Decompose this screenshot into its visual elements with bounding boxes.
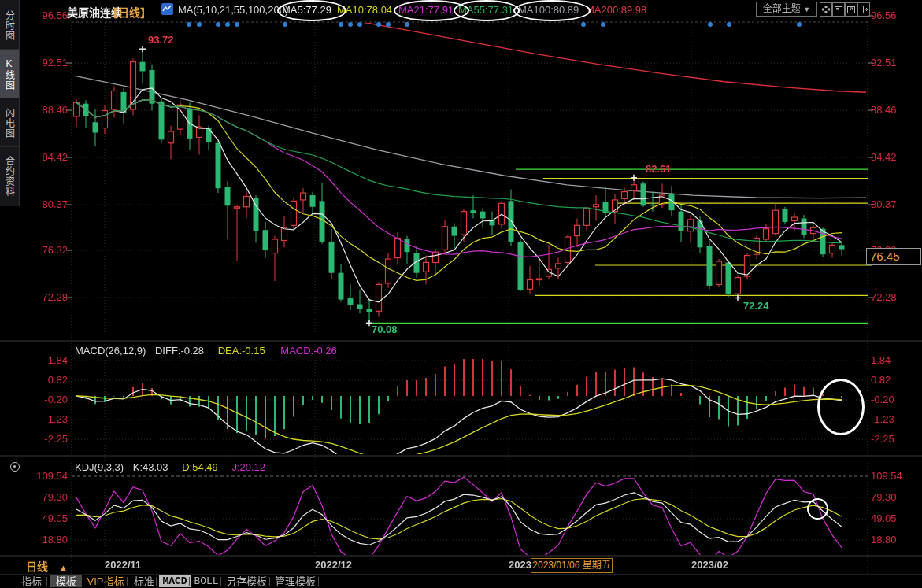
- ma-readout-1: MA5:77.29: [282, 4, 331, 16]
- tab-separator: [46, 577, 47, 586]
- price-axis-label-right: 92.51: [871, 57, 897, 68]
- pivot-low-label-2: 72.24: [743, 300, 769, 312]
- kdj-title: KDJ(9,3,3): [75, 461, 124, 473]
- dock-pane-icon-button[interactable]: [857, 2, 870, 17]
- pivot-low-label-1: 70.08: [372, 324, 398, 335]
- pop-out-pane-icon-button[interactable]: [845, 2, 857, 17]
- macd-macd-value: MACD:-0.26: [280, 345, 337, 357]
- price-axis-label-left: 92.51: [17, 57, 68, 68]
- period-label: 日线: [26, 560, 48, 573]
- crosshair-date-box: 2023/01/06 星期五: [531, 558, 613, 573]
- bottom-tab-8[interactable]: 管理模板: [272, 575, 319, 587]
- sidebar-item-4[interactable]: 合约资料: [0, 148, 19, 205]
- theme-dropdown-label: 全部主题: [763, 3, 801, 14]
- period-dropdown[interactable]: 日线 ▲: [26, 558, 68, 574]
- price-axis-label-left: 84.42: [17, 152, 68, 163]
- macd-diff-value: DIFF:-0.28: [155, 345, 204, 357]
- kdj-axis-label-left: 79.30: [17, 492, 68, 503]
- tab-separator: [127, 577, 128, 586]
- pivot-high-label-2: 82.61: [646, 163, 672, 175]
- macd-title: MACD(26,12,9): [75, 345, 146, 357]
- pivot-high-label-1: 93.72: [148, 34, 174, 46]
- chevron-down-icon: ▼: [803, 6, 810, 13]
- price-axis-label-left: 80.37: [17, 199, 68, 210]
- ma-readout-6: MA200:89.98: [586, 4, 646, 16]
- bottom-tab-7[interactable]: 另存模板: [223, 575, 270, 587]
- macd-axis-label-left: 1.84: [17, 355, 68, 366]
- price-axis-label-left: 88.46: [17, 105, 68, 116]
- macd-axis-label-left: -2.25: [17, 434, 68, 445]
- macd-axis-label-right: 0.82: [871, 375, 891, 386]
- price-axis-label-right: 88.46: [871, 105, 897, 116]
- tab-separator: [189, 577, 190, 586]
- last-price-box: 76.45: [866, 248, 921, 265]
- date-axis-label: 2022/11: [105, 559, 141, 571]
- tab-separator: [220, 577, 221, 586]
- price-axis-label-right: 96.56: [871, 10, 897, 21]
- macd-axis-label-left: -1.23: [17, 414, 68, 425]
- bottom-tab-6[interactable]: BOLL: [191, 575, 221, 587]
- kdj-settings-icon[interactable]: [10, 462, 20, 472]
- tab-separator: [318, 577, 319, 586]
- kdj-axis-label-left: 109.54: [17, 471, 68, 482]
- ma-readout-4: MA55:77.31: [458, 4, 513, 16]
- macd-axis-label-right: -1.23: [871, 414, 894, 425]
- macd-dea-value: DEA:-0.15: [218, 345, 265, 357]
- sidebar-item-2[interactable]: K线图: [0, 50, 19, 98]
- ma-group-label: MA(5,10,21,55,100,200): [178, 4, 288, 16]
- bottom-tab-1[interactable]: 指标: [14, 575, 49, 587]
- chart-type-icon[interactable]: [161, 3, 173, 15]
- bottom-tab-2[interactable]: 模板: [50, 575, 82, 587]
- period-tag: 【日线】: [107, 4, 151, 20]
- price-axis-label-left: 96.56: [17, 10, 68, 21]
- tab-separator: [80, 577, 81, 586]
- kdj-axis-label-right: 18.80: [871, 534, 897, 545]
- bottom-tab-4[interactable]: 标准: [129, 575, 159, 587]
- caret-up-icon: ▲: [59, 563, 68, 572]
- price-axis-label-left: 76.32: [17, 245, 68, 256]
- price-axis-label-right: 72.28: [871, 292, 897, 303]
- bottom-tab-3[interactable]: VIP指标: [83, 575, 128, 587]
- macd-axis-label-right: 1.84: [871, 355, 891, 366]
- kdj-j-value: J:20.12: [231, 461, 265, 473]
- kdj-axis-label-right: 109.54: [871, 471, 902, 482]
- price-axis-label-right: 80.37: [871, 199, 897, 210]
- kdj-axis-label-right: 49.05: [871, 513, 897, 524]
- macd-axis-label-right: -2.25: [871, 434, 894, 445]
- kdj-axis-label-right: 79.30: [871, 492, 897, 503]
- date-axis-label: 2022/12: [315, 559, 352, 571]
- kdj-d-value: D:54.49: [182, 461, 218, 473]
- macd-axis-label-right: -0.20: [871, 394, 894, 405]
- left-sidebar: 分时图K线图闪电图合约资料: [0, 0, 20, 206]
- sidebar-item-1[interactable]: 分时图: [0, 2, 19, 50]
- kdj-axis-label-left: 18.80: [17, 534, 68, 545]
- kdj-axis-label-left: 49.05: [17, 513, 68, 524]
- split-grid-icon-button[interactable]: [820, 2, 832, 17]
- price-axis-label-right: 84.42: [871, 152, 897, 163]
- chart-canvas[interactable]: [0, 0, 922, 588]
- kdj-k-value: K:43.03: [133, 461, 168, 473]
- ma-readout-5: MA100:80.89: [518, 4, 579, 16]
- kdj-label-row: KDJ(9,3,3) K:43.03 D:54.49 J:20.12: [75, 461, 265, 473]
- maximize-pane-icon-button[interactable]: [832, 2, 845, 17]
- tab-separator: [156, 577, 157, 586]
- theme-dropdown-button[interactable]: 全部主题 ▼: [756, 2, 817, 17]
- price-axis-label-left: 72.28: [17, 292, 68, 303]
- ma-readout-3: MA21:77.91: [398, 4, 454, 16]
- bottom-tab-5[interactable]: MACD: [159, 575, 191, 587]
- macd-label-row: MACD(26,12,9) DIFF:-0.28 DEA:-0.15 MACD:…: [75, 345, 337, 357]
- macd-axis-label-left: 0.82: [17, 375, 68, 386]
- ma-readout-2: MA10:78.04: [337, 4, 392, 16]
- tab-separator: [269, 577, 270, 586]
- sidebar-item-3[interactable]: 闪电图: [0, 99, 19, 147]
- trading-app-window: 分时图K线图闪电图合约资料 美原油连续 【日线】 MA(5,10,21,55,1…: [0, 0, 922, 588]
- macd-axis-label-left: -0.20: [17, 394, 68, 405]
- date-axis-label: 2023/02: [691, 559, 728, 571]
